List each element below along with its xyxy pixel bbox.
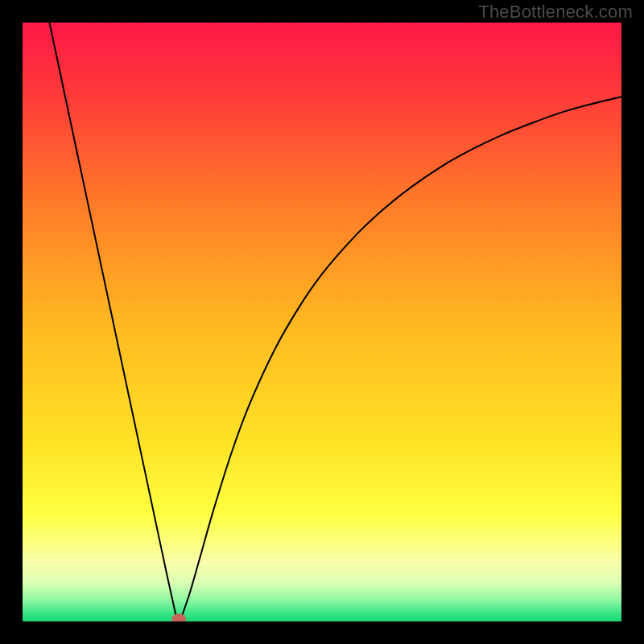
plot-area — [23, 23, 621, 621]
watermark-text: TheBottleneck.com — [478, 2, 633, 23]
chart-svg — [23, 23, 621, 621]
chart-frame: TheBottleneck.com — [0, 0, 644, 644]
